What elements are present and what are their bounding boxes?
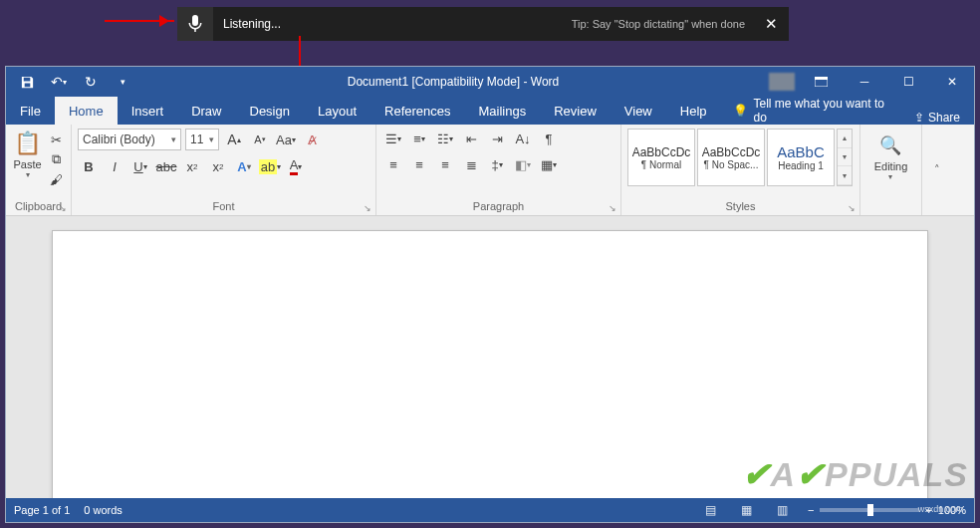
save-icon[interactable]: [12, 69, 42, 95]
strikethrough-button[interactable]: abc: [155, 156, 177, 176]
editing-label[interactable]: Editing: [874, 160, 908, 172]
bullets-button[interactable]: ☰▾: [382, 129, 404, 148]
chevron-down-icon[interactable]: ▾: [838, 148, 852, 167]
paste-label: Paste: [13, 158, 41, 170]
qat-customize-icon[interactable]: ▾: [108, 69, 137, 95]
align-left-button[interactable]: ≡: [382, 154, 404, 174]
tab-draw[interactable]: Draw: [177, 97, 235, 125]
styles-gallery[interactable]: AaBbCcDc¶ Normal AaBbCcDc¶ No Spac... Aa…: [627, 129, 853, 186]
zoom-slider[interactable]: [820, 508, 919, 512]
decrease-indent-button[interactable]: ⇤: [460, 129, 482, 148]
word-count[interactable]: 0 words: [84, 504, 122, 516]
microphone-icon[interactable]: [177, 7, 213, 41]
minimize-icon[interactable]: ─: [843, 67, 886, 97]
dictation-status: Listening...: [213, 17, 281, 31]
italic-button[interactable]: I: [104, 156, 125, 176]
window-close-icon[interactable]: ✕: [930, 67, 974, 97]
site-watermark: wsxdn.com: [918, 504, 963, 514]
superscript-button[interactable]: x2: [207, 156, 229, 176]
tab-review[interactable]: Review: [540, 97, 611, 125]
zoom-out-button[interactable]: −: [808, 504, 814, 516]
tab-insert[interactable]: Insert: [118, 97, 178, 125]
undo-icon[interactable]: ↶▾: [44, 69, 74, 95]
cut-icon[interactable]: ✂: [47, 131, 65, 148]
ribbon-display-icon[interactable]: [799, 67, 843, 97]
user-avatar[interactable]: [769, 73, 795, 91]
line-spacing-button[interactable]: ‡▾: [486, 154, 508, 174]
paste-dropdown-icon[interactable]: ▾: [26, 170, 30, 179]
chevron-up-icon[interactable]: ▴: [838, 130, 852, 148]
align-center-button[interactable]: ≡: [408, 154, 430, 174]
text-effects-button[interactable]: A▾: [233, 156, 255, 176]
font-color-button[interactable]: A▾: [285, 156, 307, 176]
clear-formatting-button[interactable]: A̷: [301, 130, 323, 149]
group-font: Calibri (Body)▾ 11▾ A▴ A▾ Aa▾ A̷ B I U▾ …: [72, 125, 376, 215]
tab-home[interactable]: Home: [55, 97, 118, 125]
font-name-combo[interactable]: Calibri (Body)▾: [78, 129, 181, 150]
copy-icon[interactable]: ⧉: [47, 150, 65, 168]
font-launcher-icon[interactable]: ↘: [364, 203, 371, 213]
paste-button[interactable]: 📋 Paste ▾: [12, 129, 43, 179]
grow-font-button[interactable]: A▴: [223, 130, 245, 149]
sort-button[interactable]: A↓: [512, 129, 534, 148]
format-painter-icon[interactable]: 🖌: [47, 170, 65, 188]
read-mode-icon[interactable]: ▤: [700, 501, 722, 519]
increase-indent-button[interactable]: ⇥: [486, 129, 508, 148]
change-case-button[interactable]: Aa▾: [275, 130, 297, 149]
web-layout-icon[interactable]: ▥: [772, 501, 794, 519]
bold-button[interactable]: B: [78, 156, 100, 176]
styles-launcher-icon[interactable]: ↘: [848, 203, 856, 213]
borders-button[interactable]: ▦▾: [538, 154, 560, 174]
font-group-label: Font: [212, 200, 234, 212]
tell-me-label: Tell me what you want to do: [754, 97, 888, 125]
zoom-slider-thumb[interactable]: [867, 504, 873, 516]
maximize-icon[interactable]: ☐: [886, 67, 930, 97]
tell-me-search[interactable]: 💡Tell me what you want to do: [721, 97, 900, 125]
tab-help[interactable]: Help: [666, 97, 721, 125]
chevron-down-icon: ▾: [171, 134, 176, 144]
close-icon[interactable]: ✕: [753, 7, 789, 41]
paragraph-launcher-icon[interactable]: ↘: [609, 203, 616, 213]
redo-icon[interactable]: ↻: [76, 69, 106, 95]
underline-button[interactable]: U▾: [129, 156, 151, 176]
tab-mailings[interactable]: Mailings: [465, 97, 541, 125]
window-title: Document1 [Compatibility Mode] - Word: [137, 75, 769, 89]
clipboard-launcher-icon[interactable]: ↘: [59, 203, 67, 213]
print-layout-icon[interactable]: ▦: [736, 501, 758, 519]
group-clipboard: 📋 Paste ▾ ✂ ⧉ 🖌 Clipboard↘: [6, 125, 72, 215]
collapse-ribbon-button[interactable]: ˄: [922, 125, 946, 215]
shrink-font-button[interactable]: A▾: [249, 130, 271, 149]
style-no-spacing[interactable]: AaBbCcDc¶ No Spac...: [697, 129, 765, 186]
editing-dropdown-icon[interactable]: ▾: [888, 172, 892, 181]
tab-references[interactable]: References: [370, 97, 464, 125]
numbering-button[interactable]: ≡▾: [408, 129, 430, 148]
highlight-button[interactable]: ab▾: [259, 156, 281, 176]
find-icon[interactable]: 🔍: [879, 134, 901, 156]
style-normal[interactable]: AaBbCcDc¶ Normal: [627, 129, 695, 186]
style-heading-1[interactable]: AaBbCHeading 1: [767, 129, 835, 186]
tab-view[interactable]: View: [611, 97, 666, 125]
zoom-control: − + 100%wsxdn.com: [808, 504, 966, 516]
appuals-watermark: ✔A✔PPUALS: [742, 454, 968, 494]
align-right-button[interactable]: ≡: [434, 154, 456, 174]
font-size-combo[interactable]: 11▾: [185, 129, 219, 150]
justify-button[interactable]: ≣: [460, 154, 482, 174]
share-button[interactable]: ⇪Share: [900, 111, 974, 125]
page-indicator[interactable]: Page 1 of 1: [14, 504, 70, 516]
font-size-value: 11: [190, 132, 203, 146]
shading-button[interactable]: ◧▾: [512, 154, 534, 174]
group-styles: AaBbCcDc¶ Normal AaBbCcDc¶ No Spac... Aa…: [621, 125, 860, 215]
paragraph-group-label: Paragraph: [473, 200, 524, 212]
expand-icon[interactable]: ▾: [838, 166, 852, 185]
show-marks-button[interactable]: ¶: [538, 129, 560, 148]
tab-design[interactable]: Design: [236, 97, 304, 125]
styles-group-label: Styles: [726, 200, 756, 212]
styles-gallery-more[interactable]: ▴▾▾: [837, 129, 853, 186]
svg-rect-1: [815, 77, 828, 80]
dictation-bar: Listening... Tip: Say "Stop dictating" w…: [177, 7, 789, 41]
tab-layout[interactable]: Layout: [304, 97, 370, 125]
multilevel-list-button[interactable]: ☷▾: [434, 129, 456, 148]
chevron-down-icon: ▾: [209, 134, 214, 144]
tab-file[interactable]: File: [6, 97, 55, 125]
subscript-button[interactable]: x2: [181, 156, 203, 176]
